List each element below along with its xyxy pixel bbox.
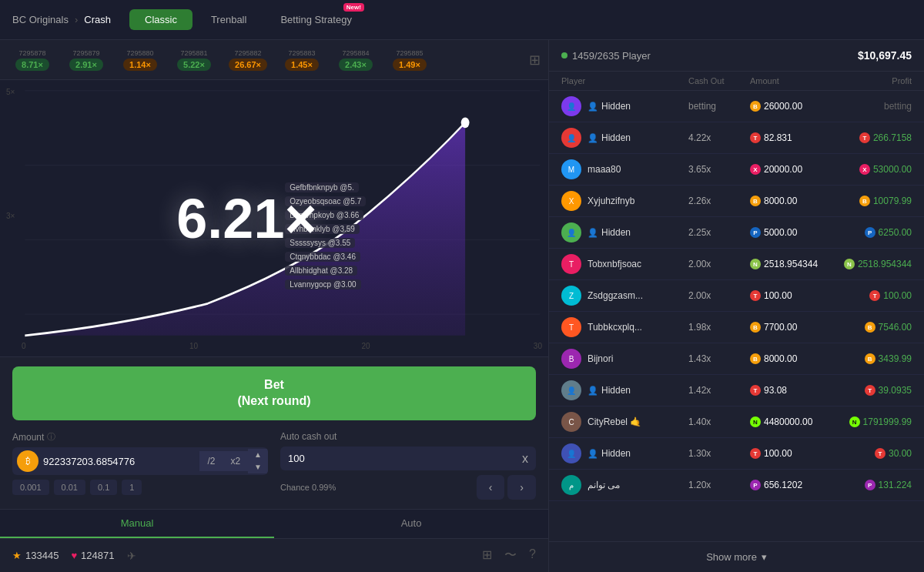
mode-tab-manual[interactable]: Manual bbox=[0, 510, 274, 538]
mode-tab-auto[interactable]: Auto bbox=[274, 510, 548, 538]
x-label-10: 10 bbox=[189, 342, 198, 350]
round-val-5[interactable]: 1.45× bbox=[285, 59, 319, 71]
tab-trenball[interactable]: Trenball bbox=[196, 9, 262, 30]
tab-label: Betting Strategy bbox=[280, 14, 352, 25]
profit-cell: betting bbox=[835, 101, 912, 112]
col-profit: Profit bbox=[835, 76, 912, 85]
breadcrumb-root[interactable]: BC Originals bbox=[12, 14, 69, 25]
amount-value: 7700.00 bbox=[764, 322, 797, 333]
tab-betting-strategy[interactable]: Betting Strategy New! bbox=[265, 9, 367, 30]
avatar: M bbox=[561, 159, 581, 179]
round-val-2[interactable]: 1.14× bbox=[123, 59, 157, 71]
autocash-input-row: x bbox=[280, 447, 536, 470]
player-name: CityRebel 🤙 bbox=[588, 416, 641, 427]
profit-cell: T100.00 bbox=[835, 290, 912, 301]
amount-cell: P 5000.00 bbox=[750, 227, 835, 238]
grid-icon[interactable]: ⊞ bbox=[529, 52, 541, 69]
player-row: 👤 👤 Hidden betting B 26000.00 betting bbox=[549, 91, 924, 122]
chart-icon[interactable]: 〜 bbox=[504, 547, 517, 564]
amount-label: Amount ⓘ bbox=[12, 431, 268, 443]
amount-coin-icon: B bbox=[750, 353, 761, 364]
amount-input-row: ₿ /2 x2 ▲ ▼ bbox=[12, 447, 268, 475]
round-id-5: 7295883 bbox=[288, 49, 315, 57]
autocash-section: Auto cash out x Chance 0.99% ‹ › bbox=[280, 431, 536, 500]
round-val-7[interactable]: 1.49× bbox=[393, 59, 427, 71]
stepper-down[interactable]: ▼ bbox=[248, 461, 268, 473]
profit-value: 10079.99 bbox=[873, 196, 912, 206]
chart-container: 5× 3× bbox=[0, 80, 548, 356]
avatar: م bbox=[561, 475, 581, 495]
profit-cell: T39.0935 bbox=[835, 385, 912, 396]
stepper-up[interactable]: ▲ bbox=[248, 449, 268, 461]
hearts-count: 124871 bbox=[81, 550, 114, 561]
amount-coin-icon: X bbox=[750, 164, 761, 175]
cashout-value: 1.20x bbox=[688, 480, 750, 490]
amount-value: 82.831 bbox=[764, 132, 792, 143]
players-list: 👤 👤 Hidden betting B 26000.00 betting 👤 … bbox=[549, 91, 924, 541]
profit-cell: X53000.00 bbox=[835, 164, 912, 175]
profit-value: 131.224 bbox=[879, 480, 912, 490]
player-info: T Tobxnbfjsoac bbox=[561, 254, 688, 274]
hearts-stat: ♥ 124871 bbox=[71, 550, 114, 561]
amount-value: 656.1202 bbox=[764, 480, 802, 490]
table-icon[interactable]: ⊞ bbox=[482, 547, 492, 564]
info-icon: ⓘ bbox=[47, 431, 55, 443]
profit-value: 53000.00 bbox=[873, 164, 912, 175]
quick-btn-0001[interactable]: 0.001 bbox=[12, 480, 49, 495]
profit-coin-icon: B bbox=[859, 196, 870, 206]
x-label-30: 30 bbox=[534, 342, 542, 350]
amount-section: Amount ⓘ ₿ /2 x2 ▲ ▼ 0.001 bbox=[12, 431, 268, 495]
chance-prev[interactable]: ‹ bbox=[477, 475, 505, 500]
round-id-2: 7295880 bbox=[126, 49, 153, 57]
cashout-value: 2.00x bbox=[688, 290, 750, 301]
player-row: Z Zsdggzasm... 2.00x T 100.00 T100.00 bbox=[549, 280, 924, 312]
bet-button[interactable]: Bet (Next round) bbox=[12, 366, 536, 420]
round-val-0[interactable]: 8.71× bbox=[15, 59, 49, 71]
cashout-value: 4.22x bbox=[688, 132, 750, 143]
show-more-bar[interactable]: Show more ▾ bbox=[549, 541, 924, 572]
player-row: C CityRebel 🤙 1.40x N 4480000.00 N179199… bbox=[549, 406, 924, 438]
avatar: B bbox=[561, 349, 581, 369]
profit-value: 30.00 bbox=[889, 448, 912, 459]
profit-text: betting bbox=[884, 101, 912, 112]
help-icon[interactable]: ? bbox=[529, 547, 536, 564]
hidden-icon: 👤 bbox=[588, 102, 598, 112]
amount-input[interactable] bbox=[43, 456, 199, 467]
cashout-value: 1.42x bbox=[688, 385, 750, 396]
profit-coin-icon: P bbox=[865, 227, 875, 238]
round-val-3[interactable]: 5.22× bbox=[177, 59, 211, 71]
tab-classic[interactable]: Classic bbox=[129, 9, 192, 30]
top-nav: BC Originals › Crash Classic Trenball Be… bbox=[0, 0, 924, 40]
cashout-value: betting bbox=[688, 101, 750, 112]
amount-cell: B 8000.00 bbox=[750, 353, 835, 364]
quick-btn-1[interactable]: 1 bbox=[122, 480, 142, 495]
amount-value: 93.08 bbox=[764, 385, 787, 396]
player-row: 👤 👤 Hidden 1.30x T 100.00 T30.00 bbox=[549, 438, 924, 470]
autocash-input[interactable] bbox=[280, 447, 514, 470]
share-icon[interactable]: ✈ bbox=[127, 550, 136, 562]
y-label-5x: 5× bbox=[6, 88, 15, 96]
bet-controls: Bet (Next round) Amount ⓘ ₿ /2 x2 bbox=[0, 356, 548, 509]
amount-stepper[interactable]: ▲ ▼ bbox=[248, 449, 268, 473]
quick-btn-01[interactable]: 0.1 bbox=[90, 480, 117, 495]
x-label-0: 0 bbox=[22, 342, 26, 350]
round-val-4[interactable]: 26.67× bbox=[229, 59, 267, 71]
amount-cell: B 26000.00 bbox=[750, 101, 835, 112]
div2-button[interactable]: /2 bbox=[199, 451, 223, 471]
x-label-20: 20 bbox=[361, 342, 370, 350]
hidden-icon: 👤 bbox=[588, 386, 598, 396]
round-val-1[interactable]: 2.91× bbox=[69, 59, 103, 71]
amount-coin-icon: B bbox=[750, 196, 761, 206]
quick-btn-001[interactable]: 0.01 bbox=[54, 480, 85, 495]
profit-coin-icon: B bbox=[865, 353, 875, 364]
round-id-1: 7295879 bbox=[72, 49, 99, 57]
x2-button[interactable]: x2 bbox=[223, 451, 248, 471]
round-val-6[interactable]: 2.43× bbox=[339, 59, 373, 71]
player-row: T Tubbkcxplq... 1.98x B 7700.00 B7546.00 bbox=[549, 312, 924, 343]
user-bubble-5: Ctqnybbdac @3.46 bbox=[285, 252, 360, 262]
amount-coin-icon: T bbox=[750, 448, 761, 459]
round-item-5: 7295883 1.45× bbox=[277, 49, 326, 71]
chance-next[interactable]: › bbox=[507, 475, 536, 500]
tab-group: Classic Trenball Betting Strategy New! bbox=[129, 9, 367, 30]
amount-value: 8000.00 bbox=[764, 353, 797, 364]
